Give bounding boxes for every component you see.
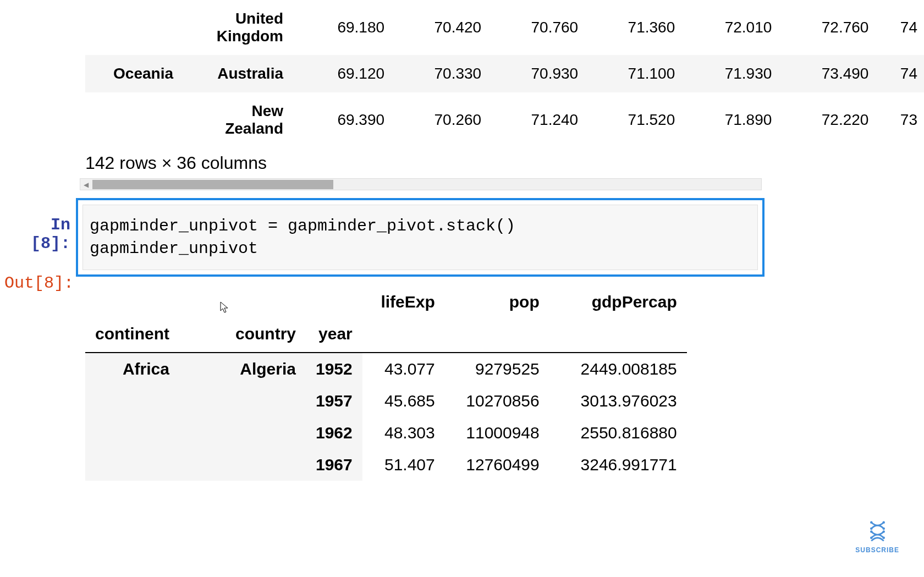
- code-cell[interactable]: gapminder_unpivot = gapminder_pivot.stac…: [76, 198, 765, 277]
- col-header-pop: pop: [445, 286, 549, 318]
- lifeExp-cell: 45.685: [362, 385, 445, 417]
- lifeExp-cell: 51.407: [362, 449, 445, 481]
- value-cell: 70.420: [391, 0, 488, 55]
- value-cell: 74: [875, 55, 924, 92]
- country-index-cell: Algeria: [179, 353, 306, 385]
- svg-point-6: [870, 537, 873, 540]
- table-row: 195745.685102708563013.976023: [85, 385, 687, 417]
- country-index-cell: [179, 417, 306, 449]
- svg-point-1: [882, 521, 885, 524]
- continent-cell: Oceania: [85, 55, 184, 92]
- input-prompt: In [8]:: [4, 198, 76, 253]
- pop-cell: 10270856: [445, 385, 549, 417]
- output-prompt: Out[8]:: [4, 274, 76, 293]
- subscribe-label: SUBSCRIBE: [855, 546, 899, 554]
- index-header-continent: continent: [85, 318, 179, 353]
- table-row: AfricaAlgeria195243.07792795252449.00818…: [85, 353, 687, 385]
- gdpPercap-cell: 3246.991771: [549, 449, 687, 481]
- value-cell: 73: [875, 92, 924, 147]
- country-index-cell: [179, 385, 306, 417]
- lifeExp-cell: 48.303: [362, 417, 445, 449]
- value-cell: 70.330: [391, 55, 488, 92]
- value-cell: 71.930: [681, 55, 778, 92]
- value-cell: 71.240: [488, 92, 585, 147]
- value-cell: 69.120: [294, 55, 391, 92]
- table-row: United Kingdom69.18070.42070.76071.36072…: [85, 0, 924, 55]
- country-cell: United Kingdom: [184, 0, 294, 55]
- year-index-cell: 1957: [306, 385, 362, 417]
- pop-cell: 12760499: [445, 449, 549, 481]
- pop-cell: 9279525: [445, 353, 549, 385]
- continent-cell: [85, 92, 184, 147]
- value-cell: 72.010: [681, 0, 778, 55]
- table-row: 196248.303110009482550.816880: [85, 417, 687, 449]
- value-cell: 74: [875, 0, 924, 55]
- country-cell: Australia: [184, 55, 294, 92]
- year-index-cell: 1952: [306, 353, 362, 385]
- value-cell: 70.760: [488, 0, 585, 55]
- continent-index-cell: [85, 385, 179, 417]
- svg-point-7: [882, 537, 885, 540]
- dataframe-shape-label: 142 rows × 36 columns: [85, 142, 267, 180]
- index-header-year: year: [306, 318, 362, 353]
- scrollbar-left-arrow[interactable]: ◀: [80, 179, 91, 190]
- value-cell: 71.100: [585, 55, 681, 92]
- table-row: OceaniaAustralia69.12070.33070.93071.100…: [85, 55, 924, 92]
- svg-point-5: [882, 530, 885, 533]
- table-row: New Zealand69.39070.26071.24071.52071.89…: [85, 92, 924, 147]
- value-cell: 72.760: [778, 0, 875, 55]
- lifeExp-cell: 43.077: [362, 353, 445, 385]
- gdpPercap-cell: 3013.976023: [549, 385, 687, 417]
- continent-index-cell: [85, 449, 179, 481]
- continent-index-cell: Africa: [85, 353, 179, 385]
- output-dataframe-table: lifeExp pop gdpPercap continent country …: [85, 286, 687, 481]
- country-cell: New Zealand: [184, 92, 294, 147]
- index-header-country: country: [179, 318, 306, 353]
- value-cell: 69.180: [294, 0, 391, 55]
- top-output-table: United Kingdom69.18070.42070.76071.36072…: [85, 0, 924, 147]
- svg-point-4: [870, 530, 873, 533]
- value-cell: 70.260: [391, 92, 488, 147]
- gdpPercap-cell: 2449.008185: [549, 353, 687, 385]
- value-cell: 71.520: [585, 92, 681, 147]
- svg-point-2: [870, 527, 873, 530]
- country-index-cell: [179, 449, 306, 481]
- horizontal-scrollbar[interactable]: ◀: [80, 178, 762, 190]
- table-row: 196751.407127604993246.991771: [85, 449, 687, 481]
- dna-icon: [865, 519, 890, 544]
- svg-point-0: [870, 521, 873, 524]
- value-cell: 69.390: [294, 92, 391, 147]
- year-index-cell: 1967: [306, 449, 362, 481]
- gdpPercap-cell: 2550.816880: [549, 417, 687, 449]
- scrollbar-thumb[interactable]: [92, 180, 333, 189]
- value-cell: 70.930: [488, 55, 585, 92]
- value-cell: 71.360: [585, 0, 681, 55]
- continent-cell: [85, 0, 184, 55]
- continent-index-cell: [85, 417, 179, 449]
- value-cell: 72.220: [778, 92, 875, 147]
- year-index-cell: 1962: [306, 417, 362, 449]
- pop-cell: 11000948: [445, 417, 549, 449]
- subscribe-watermark: SUBSCRIBE: [855, 519, 899, 554]
- value-cell: 73.490: [778, 55, 875, 92]
- col-header-gdpPercap: gdpPercap: [549, 286, 687, 318]
- value-cell: 71.890: [681, 92, 778, 147]
- code-editor[interactable]: gapminder_unpivot = gapminder_pivot.stac…: [82, 205, 758, 270]
- svg-point-3: [882, 527, 885, 530]
- col-header-lifeExp: lifeExp: [362, 286, 445, 318]
